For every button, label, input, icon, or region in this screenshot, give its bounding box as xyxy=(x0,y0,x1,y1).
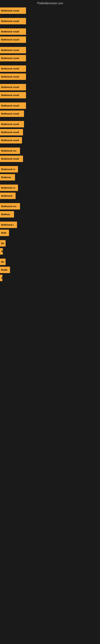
bar-label-8: Bottleneck result xyxy=(1,76,19,78)
bar-label-26: Bo xyxy=(1,242,4,244)
bottleneck-bar-10: Bottleneck result xyxy=(0,92,26,98)
bar-spacer xyxy=(0,118,100,120)
bottleneck-bar-29: Bottle xyxy=(0,267,10,273)
bottleneck-bar-26: Bo xyxy=(0,240,6,246)
bottleneck-bar-30: B xyxy=(0,275,2,281)
bar-label-5: Bottleneck result xyxy=(1,49,19,51)
bar-label-20: Bottleneck re xyxy=(1,186,15,189)
bar-label-9: Bottleneck result xyxy=(1,86,19,88)
bar-label-19: Bottlenec xyxy=(1,176,11,178)
bar-label-14: Bottleneck result xyxy=(1,131,19,134)
bar-spacer xyxy=(0,100,100,102)
bottleneck-bar-25: Bottl xyxy=(0,230,9,236)
bar-row: Bottleneck result xyxy=(0,120,100,128)
bar-row: Bottleneck r xyxy=(0,221,100,228)
bar-row: Bottl xyxy=(0,229,100,237)
bar-label-4: Bottleneck result xyxy=(1,38,19,41)
bar-row: B xyxy=(0,248,100,255)
bar-label-15: Bottleneck result xyxy=(1,139,19,142)
bar-row: Bottleneck result xyxy=(0,65,100,72)
bar-row: Bottleneck result xyxy=(0,36,100,44)
bar-label-22: Bottleneck res xyxy=(1,205,16,208)
bar-label-2: Bottleneck result xyxy=(1,20,19,22)
bar-row: Bo xyxy=(0,258,100,266)
bottleneck-bar-22: Bottleneck res xyxy=(0,203,20,210)
site-header: TheBottlenecker.com xyxy=(0,0,100,6)
bottleneck-bar-16: Bottleneck res xyxy=(0,148,20,154)
bottleneck-bar-8: Bottleneck result xyxy=(0,74,26,80)
bottleneck-bar-27: B xyxy=(0,248,3,254)
bar-row: B xyxy=(0,274,100,282)
bar-label-21: Bottleneck xyxy=(1,194,12,197)
bottleneck-bar-24: Bottleneck r xyxy=(0,222,17,228)
bottleneck-bar-17: Bottleneck result xyxy=(0,156,23,162)
bottleneck-bar-2: Bottleneck result xyxy=(0,18,26,24)
bar-label-11: Bottleneck result xyxy=(1,104,19,107)
bar-row: Bottlenec xyxy=(0,174,100,181)
bar-row: Bottleneck res xyxy=(0,202,100,210)
bar-spacer xyxy=(0,44,100,46)
bottleneck-bar-20: Bottleneck re xyxy=(0,184,18,191)
bar-row: Bottleneck result xyxy=(0,102,100,110)
bar-row: Bottleneck result xyxy=(0,155,100,162)
bar-row: Bottleneck result xyxy=(0,136,100,144)
bottleneck-bar-7: Bottleneck result xyxy=(0,66,26,72)
bar-row: Bottleneck xyxy=(0,192,100,200)
bar-label-24: Bottleneck r xyxy=(1,224,14,226)
bar-label-27: B xyxy=(1,250,3,252)
bar-row: Bottleneck result xyxy=(0,46,100,54)
bar-label-3: Bottleneck result xyxy=(1,30,19,33)
bar-row: Bottleneck result xyxy=(0,83,100,91)
bar-spacer xyxy=(0,163,100,166)
bar-spacer xyxy=(0,25,100,28)
bottleneck-bar-12: Bottleneck result xyxy=(0,110,24,117)
bar-label-13: Bottleneck result xyxy=(1,123,19,126)
bottleneck-bar-9: Bottleneck result xyxy=(0,84,26,90)
bar-label-12: Bottleneck result xyxy=(1,112,19,115)
bottleneck-bar-18: Bottleneck re xyxy=(0,166,18,172)
bar-row: Bottlene xyxy=(0,210,100,218)
bottleneck-bar-28: Bo xyxy=(0,258,6,265)
bottleneck-bar-4: Bottleneck result xyxy=(0,36,26,43)
bar-row: Bottleneck re xyxy=(0,166,100,173)
bar-row: Bottleneck result xyxy=(0,28,100,36)
bottleneck-bar-14: Bottleneck result xyxy=(0,129,23,136)
bar-label-1: Bottleneck result xyxy=(1,10,19,12)
bar-row: Bottleneck res xyxy=(0,147,100,154)
bar-label-6: Bottleneck result xyxy=(1,57,19,59)
bottleneck-bar-1: Bottleneck result xyxy=(0,8,26,14)
bar-spacer xyxy=(0,81,100,83)
bar-spacer xyxy=(0,15,100,17)
bars-container: Bottleneck resultBottleneck resultBottle… xyxy=(0,6,100,283)
bar-label-28: Bo xyxy=(1,260,4,263)
bar-label-7: Bottleneck result xyxy=(1,68,19,70)
bottleneck-bar-11: Bottleneck result xyxy=(0,102,26,109)
bar-row: Bo xyxy=(0,240,100,247)
bar-label-29: Bottle xyxy=(1,269,7,271)
bar-spacer xyxy=(0,218,100,221)
bar-row: Bottleneck result xyxy=(0,128,100,136)
bar-spacer xyxy=(0,256,100,258)
bar-label-23: Bottlene xyxy=(1,213,10,216)
bar-label-30: B xyxy=(1,277,2,279)
bar-label-16: Bottleneck res xyxy=(1,150,16,152)
bar-label-25: Bottl xyxy=(1,232,6,234)
bottleneck-bar-13: Bottleneck result xyxy=(0,121,24,128)
bottleneck-bar-3: Bottleneck result xyxy=(0,28,26,35)
bar-row: Bottleneck result xyxy=(0,73,100,80)
bottleneck-bar-6: Bottleneck result xyxy=(0,55,26,62)
bar-spacer xyxy=(0,144,100,147)
bar-row: Bottleneck result xyxy=(0,110,100,118)
bottleneck-bar-23: Bottlene xyxy=(0,211,14,218)
bar-row: Bottleneck result xyxy=(0,17,100,25)
bar-label-18: Bottleneck re xyxy=(1,168,15,170)
bar-row: Bottleneck result xyxy=(0,54,100,62)
bottleneck-bar-15: Bottleneck result xyxy=(0,137,22,144)
bar-spacer xyxy=(0,62,100,65)
bar-row: Bottleneck result xyxy=(0,7,100,14)
bottleneck-bar-21: Bottleneck xyxy=(0,192,16,199)
bar-row: Bottle xyxy=(0,266,100,274)
bar-spacer xyxy=(0,200,100,202)
bar-label-17: Bottleneck result xyxy=(1,158,19,160)
bar-row: Bottleneck re xyxy=(0,184,100,192)
